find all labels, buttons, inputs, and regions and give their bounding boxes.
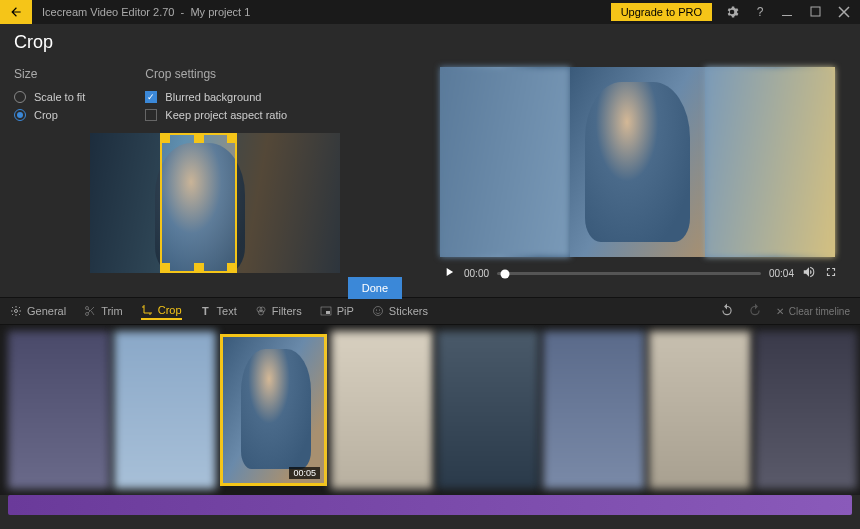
fullscreen-button[interactable] <box>824 265 838 282</box>
back-button[interactable] <box>0 0 32 24</box>
svg-point-3 <box>86 307 89 310</box>
play-button[interactable] <box>442 265 456 282</box>
timeline-clip[interactable] <box>649 331 751 489</box>
svg-point-12 <box>376 310 377 311</box>
timeline-clip[interactable] <box>755 331 857 489</box>
arrow-left-icon <box>9 5 23 19</box>
svg-point-13 <box>379 310 380 311</box>
tool-filters[interactable]: Filters <box>255 305 302 317</box>
timeline-clip[interactable] <box>114 331 216 489</box>
tool-crop[interactable]: Crop <box>141 304 182 320</box>
size-title: Size <box>14 67 85 81</box>
crop-options-panel: Size Scale to fit Crop Crop settings Blu… <box>0 61 430 297</box>
scissors-icon <box>84 305 96 317</box>
crop-handle-bl[interactable] <box>160 263 170 273</box>
tool-text[interactable]: TText <box>200 305 237 317</box>
crop-handle-tm[interactable] <box>194 133 204 143</box>
help-icon[interactable]: ? <box>752 4 768 20</box>
checkbox-icon <box>145 109 157 121</box>
timeline-clip[interactable] <box>543 331 645 489</box>
video-preview <box>440 67 835 257</box>
page-title: Crop <box>0 24 860 61</box>
volume-button[interactable] <box>802 265 816 282</box>
close-icon[interactable] <box>836 4 852 20</box>
timeline-clip[interactable] <box>8 331 110 489</box>
tools-toolbar: General Trim Crop TText Filters PiP Stic… <box>0 297 860 325</box>
duration: 00:04 <box>769 268 794 279</box>
volume-icon <box>802 265 816 279</box>
crop-label: Crop <box>34 109 58 121</box>
done-button[interactable]: Done <box>348 277 402 299</box>
tool-trim[interactable]: Trim <box>84 305 123 317</box>
undo-icon <box>720 303 734 317</box>
keep-ratio-label: Keep project aspect ratio <box>165 109 287 121</box>
svg-point-6 <box>257 307 262 312</box>
timeline[interactable]: 00:05 <box>0 325 860 495</box>
filters-icon <box>255 305 267 317</box>
radio-icon <box>14 109 26 121</box>
crop-area[interactable] <box>90 133 340 273</box>
tool-general[interactable]: General <box>10 305 66 317</box>
svg-text:T: T <box>202 305 209 317</box>
svg-point-8 <box>258 310 263 315</box>
play-icon <box>442 265 456 279</box>
blurred-background-checkbox[interactable]: Blurred background <box>145 91 287 103</box>
redo-icon <box>748 303 762 317</box>
crop-settings-title: Crop settings <box>145 67 287 81</box>
size-group: Size Scale to fit Crop <box>14 67 85 121</box>
tool-pip[interactable]: PiP <box>320 305 354 317</box>
player-controls: 00:00 00:04 <box>440 265 840 282</box>
scale-to-fit-radio[interactable]: Scale to fit <box>14 91 85 103</box>
svg-rect-1 <box>811 7 820 16</box>
crop-handle-bm[interactable] <box>194 263 204 273</box>
radio-icon <box>14 91 26 103</box>
blurred-label: Blurred background <box>165 91 261 103</box>
crop-handle-br[interactable] <box>227 263 237 273</box>
preview-panel: 00:00 00:04 <box>430 61 850 297</box>
progress-bar[interactable] <box>497 272 761 275</box>
minimize-icon[interactable] <box>780 4 796 20</box>
settings-icon[interactable] <box>724 4 740 20</box>
timeline-clip[interactable] <box>331 331 433 489</box>
stickers-icon <box>372 305 384 317</box>
clip-duration: 00:05 <box>289 467 320 479</box>
scale-label: Scale to fit <box>34 91 85 103</box>
gear-icon <box>10 305 22 317</box>
crop-icon <box>141 304 153 316</box>
svg-point-11 <box>373 307 382 316</box>
current-time: 00:00 <box>464 268 489 279</box>
checkbox-icon <box>145 91 157 103</box>
timeline-clip[interactable] <box>437 331 539 489</box>
audio-track[interactable] <box>8 495 852 515</box>
svg-point-2 <box>15 310 18 313</box>
crop-handle-tl[interactable] <box>160 133 170 143</box>
crop-radio[interactable]: Crop <box>14 109 85 121</box>
fullscreen-icon <box>824 265 838 279</box>
svg-rect-0 <box>782 15 792 16</box>
titlebar: Icecream Video Editor 2.70 - My project … <box>0 0 860 24</box>
svg-rect-10 <box>326 311 330 314</box>
undo-button[interactable] <box>720 303 734 320</box>
text-icon: T <box>200 305 212 317</box>
upgrade-button[interactable]: Upgrade to PRO <box>611 3 712 21</box>
pip-icon <box>320 305 332 317</box>
crop-handle-tr[interactable] <box>227 133 237 143</box>
keep-aspect-ratio-checkbox[interactable]: Keep project aspect ratio <box>145 109 287 121</box>
window-title: Icecream Video Editor 2.70 - My project … <box>32 6 250 18</box>
clear-timeline-button[interactable]: ✕ Clear timeline <box>776 306 850 317</box>
crop-rectangle[interactable] <box>160 133 237 273</box>
svg-point-4 <box>86 313 89 316</box>
redo-button[interactable] <box>748 303 762 320</box>
crop-settings-group: Crop settings Blurred background Keep pr… <box>145 67 287 121</box>
svg-point-7 <box>260 307 265 312</box>
timeline-clip-selected[interactable]: 00:05 <box>220 334 327 486</box>
tool-stickers[interactable]: Stickers <box>372 305 428 317</box>
progress-thumb[interactable] <box>500 269 509 278</box>
maximize-icon[interactable] <box>808 4 824 20</box>
